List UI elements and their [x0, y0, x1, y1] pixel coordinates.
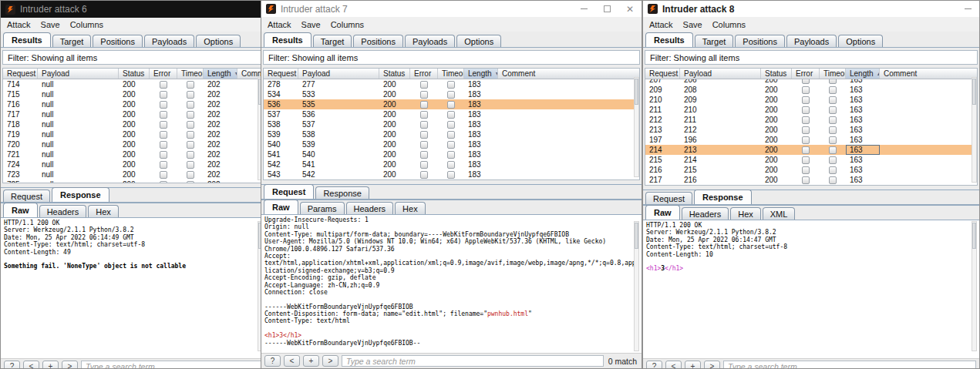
table-row[interactable]: 715null200202	[3, 89, 263, 99]
menu-attack[interactable]: Attack	[268, 20, 291, 29]
table-row[interactable]: 721null200202	[3, 149, 263, 159]
column-header-status[interactable]: Status	[379, 69, 410, 79]
menu-columns[interactable]: Columns	[712, 20, 746, 29]
tab-options[interactable]: Options	[838, 35, 883, 47]
table-row[interactable]: 539538200183	[264, 129, 639, 139]
table-row[interactable]: 723null200202	[3, 169, 263, 179]
column-header-payload[interactable]: Payload	[38, 69, 119, 79]
filter-bar[interactable]: Filter: Showing all items	[645, 50, 978, 65]
maximize-button[interactable]	[601, 4, 612, 15]
close-button[interactable]: ✕	[625, 4, 635, 15]
tab-positions[interactable]: Positions	[353, 35, 403, 47]
table-row[interactable]: 212211200163	[645, 115, 977, 125]
table-vertical-scrollbar[interactable]	[972, 77, 977, 183]
menu-save[interactable]: Save	[683, 20, 702, 29]
tab-payloads[interactable]: Payloads	[144, 35, 194, 47]
search-next-button[interactable]: >	[322, 355, 338, 367]
table-row[interactable]: 209208200163	[645, 85, 977, 95]
tab-hex[interactable]: Hex	[395, 202, 426, 214]
search-prev-button[interactable]: <	[665, 361, 682, 369]
tab-positions[interactable]: Positions	[93, 35, 143, 47]
column-header-length[interactable]: Length▼	[464, 69, 498, 79]
table-row[interactable]: 540539200183	[264, 139, 639, 149]
table-row[interactable]: 207206200163	[645, 79, 977, 85]
scrollbar-thumb[interactable]	[635, 79, 638, 105]
table-row[interactable]: 197196200163	[645, 135, 977, 145]
editor-vertical-scrollbar[interactable]	[634, 221, 639, 351]
tab-response[interactable]: Response	[315, 186, 369, 199]
table-row[interactable]: 719null200202	[3, 129, 263, 139]
table-row[interactable]: 210209200163	[645, 95, 977, 105]
tab-results[interactable]: Results	[264, 32, 312, 47]
table-row[interactable]: 716null200202	[3, 99, 263, 109]
tab-results[interactable]: Results	[645, 32, 693, 47]
search-options-button[interactable]: ?	[264, 355, 281, 367]
table-row[interactable]: 538537200183	[264, 119, 639, 129]
tab-target[interactable]: Target	[52, 35, 92, 47]
search-next-button[interactable]: >	[704, 361, 720, 369]
message-editor[interactable]: HTTP/1.1 200 OKServer: Werkzeug/2.1.1 Py…	[1, 218, 265, 358]
table-row[interactable]: 542541200183	[264, 159, 639, 169]
tab-raw[interactable]: Raw	[264, 200, 298, 214]
search-prev-button[interactable]: <	[23, 361, 39, 369]
column-header-error[interactable]: Error	[792, 69, 820, 79]
tab-positions[interactable]: Positions	[735, 35, 785, 47]
tab-payloads[interactable]: Payloads	[786, 35, 837, 47]
search-add-button[interactable]: +	[42, 361, 59, 369]
column-header-comment[interactable]: Comment	[880, 69, 977, 79]
tab-xml[interactable]: XML	[763, 207, 796, 220]
column-header-status[interactable]: Status	[761, 69, 792, 79]
column-header-timeout[interactable]: Timeout	[820, 69, 846, 79]
tab-headers[interactable]: Headers	[346, 202, 394, 214]
menu-attack[interactable]: Attack	[649, 20, 673, 29]
tab-hex[interactable]: Hex	[730, 207, 761, 220]
tab-payloads[interactable]: Payloads	[405, 35, 455, 47]
tab-target[interactable]: Target	[313, 35, 352, 47]
table-row[interactable]: 724null200202	[3, 159, 263, 169]
menu-save[interactable]: Save	[301, 20, 321, 29]
tab-params[interactable]: Params	[300, 202, 345, 214]
tab-options[interactable]: Options	[456, 35, 501, 47]
scrollbar-thumb[interactable]	[972, 79, 976, 105]
menu-attack[interactable]: Attack	[7, 20, 31, 29]
filter-bar[interactable]: Filter: Showing all items	[263, 50, 640, 65]
search-options-button[interactable]: ?	[4, 361, 20, 369]
table-row[interactable]: 213212200163	[645, 125, 977, 135]
table-row[interactable]: 720null200202	[3, 139, 263, 149]
table-row[interactable]: 714null200202	[3, 79, 263, 89]
menu-columns[interactable]: Columns	[331, 20, 364, 29]
table-row[interactable]: 216215200163	[645, 165, 977, 175]
column-header-timeout[interactable]: Timeout	[438, 69, 464, 79]
table-row[interactable]: 211210200163	[645, 105, 977, 115]
table-row[interactable]: 215214200163	[645, 155, 977, 165]
scrollbar-thumb[interactable]	[972, 223, 976, 249]
tab-raw[interactable]: Raw	[3, 203, 38, 217]
tab-headers[interactable]: Headers	[39, 205, 87, 217]
column-header-comment[interactable]: Comment	[498, 69, 639, 79]
tab-response[interactable]: Response	[694, 190, 752, 204]
search-input[interactable]	[723, 361, 976, 369]
search-next-button[interactable]: >	[62, 361, 78, 369]
tab-response[interactable]: Response	[52, 187, 109, 202]
column-header-error[interactable]: Error	[410, 69, 438, 79]
table-row[interactable]: 217216200163	[645, 175, 977, 185]
search-options-button[interactable]: ?	[646, 361, 662, 369]
column-header-payload[interactable]: Payload	[680, 69, 761, 79]
menu-save[interactable]: Save	[41, 20, 60, 29]
column-header-length[interactable]: Length▼	[204, 69, 237, 79]
search-add-button[interactable]: +	[685, 361, 701, 369]
filter-bar[interactable]: Filter: Showing all items	[2, 50, 264, 65]
editor-vertical-scrollbar[interactable]	[972, 221, 977, 351]
search-input[interactable]	[342, 355, 604, 367]
message-editor[interactable]: Upgrade-Insecure-Requests: 1Origin: null…	[261, 215, 642, 353]
minimize-button[interactable]	[962, 4, 973, 15]
search-add-button[interactable]: +	[303, 355, 319, 367]
minimize-button[interactable]	[578, 4, 589, 15]
table-row[interactable]: 541540200183	[264, 149, 639, 159]
search-input[interactable]	[81, 361, 262, 369]
column-header-status[interactable]: Status	[119, 69, 150, 79]
search-prev-button[interactable]: <	[284, 355, 300, 367]
table-vertical-scrollbar[interactable]	[634, 77, 639, 177]
scrollbar-thumb[interactable]	[635, 223, 638, 249]
column-header-error[interactable]: Error	[150, 69, 177, 79]
